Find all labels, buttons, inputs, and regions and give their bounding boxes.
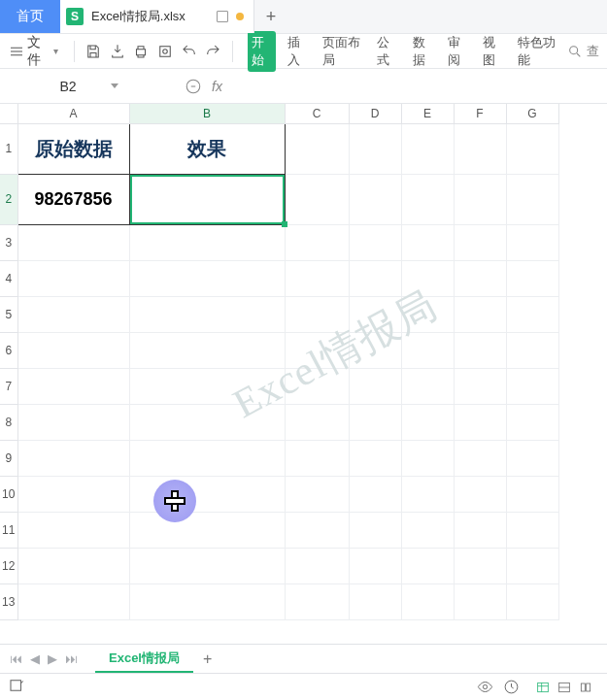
cell-D13[interactable] <box>349 583 401 619</box>
row-header-12[interactable]: 12 <box>0 548 17 583</box>
cell-F13[interactable] <box>454 583 506 619</box>
row-header-2[interactable]: 2 <box>0 174 17 224</box>
cell-F3[interactable] <box>454 224 506 260</box>
row-header-13[interactable]: 13 <box>0 583 17 619</box>
cell-D5[interactable] <box>349 296 401 332</box>
cell-F6[interactable] <box>454 332 506 368</box>
window-state-icon[interactable] <box>217 11 228 22</box>
cell-A1[interactable]: 原始数据 <box>17 123 129 174</box>
print-preview-icon[interactable] <box>156 41 175 62</box>
sheet-nav-arrows[interactable]: ⏮ ◀ ▶ ⏭ <box>0 650 87 668</box>
cell-G1[interactable] <box>506 123 558 174</box>
cell-C4[interactable] <box>285 260 349 296</box>
first-sheet-icon[interactable]: ⏮ <box>8 650 24 668</box>
column-header-A[interactable]: A <box>17 104 129 123</box>
cell-E11[interactable] <box>401 512 454 548</box>
cell-G11[interactable] <box>506 512 558 548</box>
row-header-5[interactable]: 5 <box>0 296 17 332</box>
ribbon-tab-insert[interactable]: 插入 <box>284 31 311 72</box>
cell-F5[interactable] <box>454 296 506 332</box>
cell-D12[interactable] <box>349 548 401 583</box>
cell-C10[interactable] <box>285 476 349 512</box>
cell-E6[interactable] <box>401 332 454 368</box>
column-header-E[interactable]: E <box>401 104 454 123</box>
redo-icon[interactable] <box>204 41 222 62</box>
cell-G10[interactable] <box>506 476 558 512</box>
cell-F7[interactable] <box>454 368 506 404</box>
cell-E13[interactable] <box>401 583 454 619</box>
cell-B1[interactable]: 效果 <box>129 123 285 174</box>
cell-G7[interactable] <box>506 368 558 404</box>
cell-F9[interactable] <box>454 440 506 476</box>
cell-B9[interactable] <box>129 440 285 476</box>
cell-A6[interactable] <box>17 332 129 368</box>
name-box[interactable]: B2 <box>13 75 124 98</box>
cell-C11[interactable] <box>285 512 349 548</box>
cell-D8[interactable] <box>349 404 401 440</box>
cell-F12[interactable] <box>454 548 506 583</box>
cell-G9[interactable] <box>506 440 558 476</box>
cell-D6[interactable] <box>349 332 401 368</box>
print-icon[interactable] <box>132 41 151 62</box>
document-tab[interactable]: S Excel情报局.xlsx <box>60 0 254 33</box>
cell-A5[interactable] <box>17 296 129 332</box>
cell-B7[interactable] <box>129 368 285 404</box>
export-icon[interactable] <box>108 41 126 62</box>
cell-B6[interactable] <box>129 332 285 368</box>
undo-icon[interactable] <box>180 41 198 62</box>
cell-G12[interactable] <box>506 548 558 583</box>
ribbon-tab-view[interactable]: 视图 <box>479 31 506 72</box>
row-header-6[interactable]: 6 <box>0 332 17 368</box>
cell-B11[interactable] <box>129 512 285 548</box>
row-header-11[interactable]: 11 <box>0 512 17 548</box>
cell-B2[interactable] <box>129 174 285 224</box>
last-sheet-icon[interactable]: ⏭ <box>63 650 80 668</box>
cell-C13[interactable] <box>285 583 349 619</box>
cell-B8[interactable] <box>129 404 285 440</box>
formula-input[interactable] <box>232 75 607 98</box>
cell-A10[interactable] <box>17 476 129 512</box>
new-tab-button[interactable]: + <box>254 0 287 33</box>
cell-E9[interactable] <box>401 440 454 476</box>
cell-D2[interactable] <box>349 174 401 224</box>
cancel-formula-icon[interactable] <box>185 78 202 95</box>
row-header-1[interactable]: 1 <box>0 123 17 174</box>
column-header-B[interactable]: B <box>129 104 285 123</box>
row-header-7[interactable]: 7 <box>0 368 17 404</box>
cell-D1[interactable] <box>349 123 401 174</box>
cell-G2[interactable] <box>506 174 558 224</box>
ribbon-tab-data[interactable]: 数据 <box>409 31 436 72</box>
sheet-tab[interactable]: Excel情报局 <box>95 645 193 673</box>
cell-G4[interactable] <box>506 260 558 296</box>
cell-C6[interactable] <box>285 332 349 368</box>
cell-G8[interactable] <box>506 404 558 440</box>
save-icon[interactable] <box>84 41 103 62</box>
cell-B4[interactable] <box>129 260 285 296</box>
cell-B13[interactable] <box>129 583 285 619</box>
ribbon-tab-layout[interactable]: 页面布局 <box>319 31 366 72</box>
cell-C2[interactable] <box>285 174 349 224</box>
cell-C12[interactable] <box>285 548 349 583</box>
view-pagelayout-icon[interactable] <box>576 680 595 695</box>
ribbon-tab-formula[interactable]: 公式 <box>373 31 400 72</box>
view-pagebreak-icon[interactable] <box>555 680 574 695</box>
cell-A9[interactable] <box>17 440 129 476</box>
row-header-10[interactable]: 10 <box>0 476 17 512</box>
cell-E12[interactable] <box>401 548 454 583</box>
cell-A4[interactable] <box>17 260 129 296</box>
spreadsheet-grid[interactable]: ABCDEFG 1原始数据效果298267856345678910111213 … <box>0 104 607 663</box>
cell-A11[interactable] <box>17 512 129 548</box>
cell-E7[interactable] <box>401 368 454 404</box>
cell-E10[interactable] <box>401 476 454 512</box>
column-header-C[interactable]: C <box>285 104 349 123</box>
row-header-8[interactable]: 8 <box>0 404 17 440</box>
cell-A8[interactable] <box>17 404 129 440</box>
cell-C5[interactable] <box>285 296 349 332</box>
next-sheet-icon[interactable]: ▶ <box>46 650 59 668</box>
row-header-9[interactable]: 9 <box>0 440 17 476</box>
cell-A7[interactable] <box>17 368 129 404</box>
cell-D11[interactable] <box>349 512 401 548</box>
cell-D3[interactable] <box>349 224 401 260</box>
home-tab[interactable]: 首页 <box>0 0 60 33</box>
ribbon-tab-special[interactable]: 特色功能 <box>514 31 561 72</box>
